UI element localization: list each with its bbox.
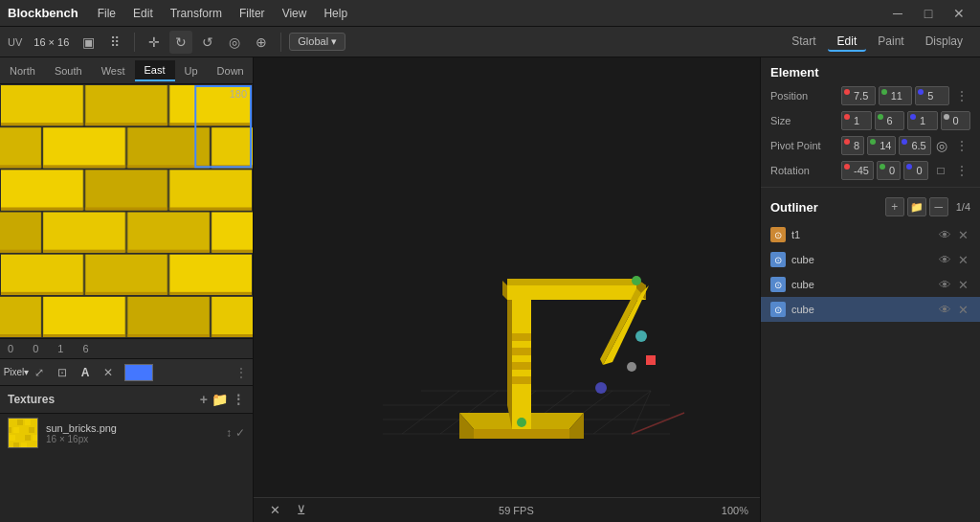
menu-edit[interactable]: Edit bbox=[125, 4, 161, 23]
rotate-tool-btn[interactable]: ↻ bbox=[169, 31, 192, 54]
outliner-add-btn[interactable]: + bbox=[885, 197, 904, 216]
tab-display[interactable]: Display bbox=[916, 33, 972, 52]
undo-btn[interactable]: ↺ bbox=[196, 31, 219, 54]
t1-visibility-btn[interactable]: 👁 bbox=[937, 227, 952, 242]
pivot-z[interactable]: 6.5 bbox=[899, 136, 930, 155]
outliner-item-cube2[interactable]: ⊙ cube 👁 ✕ bbox=[761, 272, 980, 297]
uv-text-btn[interactable]: A bbox=[75, 362, 96, 383]
global-dropdown[interactable]: Global ▾ bbox=[289, 33, 345, 51]
cube2-visibility-btn[interactable]: 👁 bbox=[937, 277, 952, 292]
position-x[interactable]: 7.5 bbox=[841, 86, 876, 105]
position-x-val: 7.5 bbox=[854, 90, 868, 102]
texture-delete-btn[interactable]: ✓ bbox=[235, 426, 245, 440]
size-x[interactable]: 1 bbox=[841, 111, 872, 130]
menu-help[interactable]: Help bbox=[316, 4, 355, 23]
tab-start[interactable]: Start bbox=[782, 33, 825, 52]
cube1-delete-btn[interactable]: ✕ bbox=[955, 252, 970, 267]
cube-icon-2: ⊙ bbox=[770, 277, 786, 292]
texture-name: sun_bricks.png bbox=[46, 422, 218, 434]
outliner-item-t1[interactable]: ⊙ t1 👁 ✕ bbox=[761, 222, 980, 247]
more-texture-btn[interactable]: ⋮ bbox=[232, 392, 245, 407]
uv-coord-3: 6 bbox=[82, 343, 88, 354]
uv-move-btn[interactable]: ⤢ bbox=[29, 362, 50, 383]
uv-coord-1: 0 bbox=[33, 343, 38, 354]
texture-item[interactable]: sun_bricks.png 16 × 16px ↕ ✓ bbox=[0, 414, 253, 452]
rotation-square-btn[interactable]: □ bbox=[932, 162, 949, 179]
zoom-display: 100% bbox=[722, 505, 748, 516]
t1-delete-btn[interactable]: ✕ bbox=[955, 227, 970, 242]
outliner-item-cube1[interactable]: ⊙ cube 👁 ✕ bbox=[761, 247, 980, 272]
uv-scale-btn[interactable]: ⊡ bbox=[52, 362, 73, 383]
uv-more-btn[interactable]: ⋮ bbox=[235, 366, 247, 379]
cube2-delete-btn[interactable]: ✕ bbox=[955, 277, 970, 292]
position-y[interactable]: 11 bbox=[879, 86, 913, 105]
window-controls: ─ □ ✕ bbox=[884, 4, 972, 23]
vp-settings-btn[interactable]: ⊻ bbox=[292, 501, 311, 520]
tab-paint[interactable]: Paint bbox=[868, 33, 913, 52]
cube3-delete-btn[interactable]: ✕ bbox=[955, 302, 970, 317]
menu-view[interactable]: View bbox=[275, 4, 315, 23]
textures-header: Textures + 📁 ⋮ bbox=[0, 386, 253, 414]
tab-south[interactable]: South bbox=[45, 61, 92, 80]
uv-close-btn[interactable]: ✕ bbox=[98, 362, 119, 383]
tab-east[interactable]: East bbox=[135, 60, 175, 81]
move-tool-btn[interactable]: ✛ bbox=[143, 31, 166, 54]
gizmo-x-handle bbox=[646, 355, 656, 365]
base-front bbox=[474, 429, 569, 439]
tab-edit[interactable]: Edit bbox=[828, 33, 867, 52]
pivot-more-btn[interactable]: ⋮ bbox=[953, 138, 970, 153]
dots-view-btn[interactable]: ⠿ bbox=[103, 31, 126, 54]
close-button[interactable]: ✕ bbox=[946, 4, 972, 23]
rotation-z[interactable]: 0 bbox=[903, 161, 928, 180]
maximize-button[interactable]: □ bbox=[915, 4, 942, 23]
texture-sync-btn[interactable]: ↕ bbox=[226, 426, 232, 440]
target-btn[interactable]: ◎ bbox=[223, 31, 246, 54]
cube1-visibility-btn[interactable]: 👁 bbox=[937, 252, 952, 267]
size-z[interactable]: 1 bbox=[907, 111, 938, 130]
vp-close-btn[interactable]: ✕ bbox=[265, 501, 284, 520]
pivot-z-indicator bbox=[902, 139, 907, 145]
uv-canvas[interactable]: 180 bbox=[0, 84, 253, 338]
size-w[interactable]: 0 bbox=[941, 111, 971, 130]
minimize-button[interactable]: ─ bbox=[884, 4, 911, 23]
grid-view-btn[interactable]: ▣ bbox=[77, 31, 100, 54]
toolbar-sep-2 bbox=[280, 33, 281, 52]
tab-down[interactable]: Down bbox=[208, 61, 254, 80]
menu-file[interactable]: File bbox=[90, 4, 123, 23]
rotation-x[interactable]: -45 bbox=[841, 161, 874, 180]
viewport[interactable]: ✕ ⊻ 59 FPS 100% bbox=[254, 57, 760, 522]
pivot-target-btn[interactable]: ◎ bbox=[935, 137, 949, 154]
tab-up[interactable]: Up bbox=[175, 61, 208, 80]
gizmo-center bbox=[627, 362, 636, 372]
menu-transform[interactable]: Transform bbox=[163, 4, 230, 23]
gizmo-base-dot bbox=[517, 418, 526, 427]
size-fields: 1 6 1 0 bbox=[841, 111, 970, 130]
position-z[interactable]: 5 bbox=[915, 86, 949, 105]
outliner-item-cube3[interactable]: ⊙ cube 👁 ✕ bbox=[761, 297, 980, 322]
right-panel: Element Position 7.5 11 5 ⋮ bbox=[760, 57, 980, 522]
cube3-visibility-btn[interactable]: 👁 bbox=[937, 302, 952, 317]
folder-texture-btn[interactable]: 📁 bbox=[212, 392, 228, 407]
color-swatch[interactable] bbox=[124, 364, 153, 381]
menu-filter[interactable]: Filter bbox=[232, 4, 273, 23]
pivot-x[interactable]: 8 bbox=[841, 136, 864, 155]
pivot-btn[interactable]: ⊕ bbox=[250, 31, 273, 54]
tab-west[interactable]: West bbox=[92, 61, 135, 80]
outliner-header: Outliner + 📁 ─ 1/4 bbox=[761, 192, 980, 222]
cube-icon-1: ⊙ bbox=[770, 252, 786, 267]
mode-tabs: Start Edit Paint Display bbox=[782, 33, 972, 52]
rot-y-indicator bbox=[880, 164, 885, 170]
outliner-delete-btn[interactable]: ─ bbox=[929, 197, 948, 216]
rotation-y[interactable]: 0 bbox=[877, 161, 902, 180]
brick-texture-canvas[interactable] bbox=[0, 84, 253, 338]
outliner-actions: + 📁 ─ bbox=[885, 197, 948, 216]
rotation-more-btn[interactable]: ⋮ bbox=[953, 163, 970, 178]
tab-north[interactable]: North bbox=[0, 61, 45, 80]
size-label: Size bbox=[770, 115, 837, 126]
pivot-y[interactable]: 14 bbox=[867, 136, 896, 155]
position-more-btn[interactable]: ⋮ bbox=[953, 88, 970, 103]
size-y[interactable]: 6 bbox=[875, 111, 905, 130]
pixel-mode-btn[interactable]: Pixel▾ bbox=[6, 362, 27, 383]
outliner-folder-btn[interactable]: 📁 bbox=[907, 197, 926, 216]
add-texture-btn[interactable]: + bbox=[200, 392, 208, 407]
